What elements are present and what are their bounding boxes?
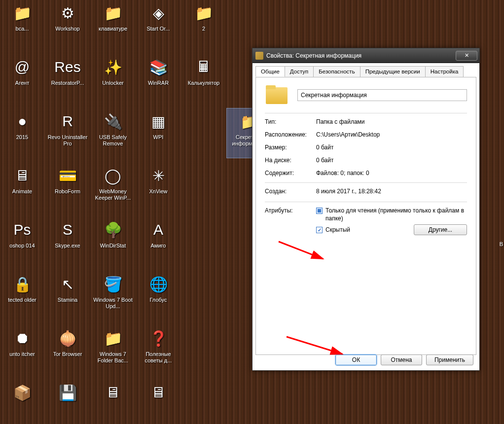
app-icon: ▦ (146, 109, 170, 133)
desktop-icon-label: WebMoney Keeper WinP... (92, 188, 134, 201)
readonly-checkbox[interactable] (316, 208, 323, 214)
desktop-icon[interactable]: 🌳WinDirStat (91, 217, 135, 266)
app-icon: 🖩 (192, 55, 216, 79)
type-value: Папка с файлами (316, 118, 467, 125)
folder-name-field[interactable]: Секретная информация (297, 89, 467, 101)
desktop-icon-label: 2 (202, 26, 205, 32)
desktop-icon[interactable]: ▦WPI (136, 108, 180, 158)
desktop-icon[interactable]: 🪣Windows 7 Boot Upd... (91, 271, 135, 320)
desktop-icon[interactable]: 📦 (0, 380, 44, 424)
desktop-icon[interactable]: 🌐Глобус (136, 271, 180, 320)
desktop-icon[interactable]: ✨Unlocker (91, 54, 135, 104)
app-icon: ✨ (101, 55, 125, 79)
divider (265, 182, 467, 183)
desktop-icon[interactable]: ◯WebMoney Keeper WinP... (91, 163, 135, 212)
desktop-icon-label: Амиго (151, 243, 166, 249)
tab-security[interactable]: Безопасность (313, 66, 360, 77)
created-label: Создан: (265, 188, 316, 195)
cancel-button[interactable]: Отмена (381, 354, 422, 365)
desktop-icon[interactable]: 🔌USB Safely Remove (91, 108, 135, 158)
desktop-icon[interactable]: 🖥 (91, 380, 135, 424)
app-icon: 📚 (146, 55, 170, 79)
desktop-icon[interactable]: 📁2 (181, 0, 226, 49)
desktop-icon-label: Windows 7 Folder Bac... (92, 351, 134, 364)
app-icon: ● (10, 109, 34, 133)
tab-previous-versions[interactable]: Предыдущие версии (360, 66, 426, 77)
desktop-icon-label: USB Safely Remove (92, 134, 134, 147)
app-icon: @ (10, 55, 34, 79)
app-icon: 🖥 (101, 381, 125, 404)
desktop-icon[interactable]: @Агент (0, 54, 44, 104)
desktop-icon[interactable]: 💳RoboForm (45, 163, 90, 212)
app-icon: 📁 (192, 1, 216, 25)
app-icon: ⚙ (56, 1, 79, 25)
desktop-icon[interactable]: 📚WinRAR (136, 54, 180, 104)
location-value: C:\Users\Артик\Desktop (316, 131, 467, 138)
titlebar-title: Свойства: Секретная информация (266, 52, 456, 59)
hidden-checkbox[interactable] (316, 227, 323, 233)
app-icon: 📁 (101, 1, 125, 25)
tab-customize[interactable]: Настройка (425, 66, 464, 77)
ondisk-label: На диске: (265, 157, 316, 164)
app-icon: 🔒 (10, 272, 34, 296)
app-icon: ◈ (146, 1, 170, 25)
desktop-icon[interactable]: 🖥Animate (0, 163, 44, 212)
app-icon: 📁 (101, 326, 125, 350)
desktop-icon[interactable]: ResRestoratorP... (45, 54, 90, 104)
desktop-icon-label: Skype.exe (55, 243, 80, 249)
desktop-icon[interactable]: ◈Start Or... (136, 0, 180, 49)
properties-dialog: Свойства: Секретная информация ✕ Общие Д… (252, 48, 480, 371)
desktop-icon[interactable]: 🔒tected older (0, 271, 44, 320)
desktop-icon-label: RoboForm (55, 188, 80, 195)
desktop-icon-label: Revo Uninstaller Pro (47, 134, 88, 147)
close-button[interactable]: ✕ (456, 51, 477, 61)
desktop-icon[interactable]: ❓Полезные советы д... (136, 325, 180, 375)
app-icon: A (146, 218, 170, 242)
ok-button[interactable]: ОК (335, 354, 377, 365)
close-icon: ✕ (465, 52, 469, 59)
desktop-icon[interactable]: 📁клавиатуре (91, 0, 135, 49)
created-value: 8 июля 2017 г., 18:28:42 (316, 188, 467, 195)
titlebar[interactable]: Свойства: Секретная информация ✕ (252, 48, 479, 63)
desktop-icon[interactable]: ●2015 (0, 108, 44, 158)
desktop-icon[interactable]: ✳XnView (136, 163, 180, 212)
app-icon: Ps (10, 218, 34, 242)
location-label: Расположение: (265, 131, 316, 138)
desktop-icon[interactable]: 📁Windows 7 Folder Bac... (91, 325, 135, 375)
desktop-icon-label: Animate (12, 188, 32, 195)
desktop-icon[interactable]: 🧅Tor Browser (45, 325, 90, 375)
size-value: 0 байт (316, 144, 467, 151)
desktop-icon[interactable]: Psoshop 014 (0, 217, 44, 266)
apply-button[interactable]: Применить (426, 354, 473, 365)
desktop-icon-label: Калькулятор (188, 80, 219, 86)
desktop-icon[interactable]: SSkype.exe (45, 217, 90, 266)
tab-sharing[interactable]: Доступ (285, 66, 314, 77)
desktop-icon-label: Windows 7 Boot Upd... (92, 297, 134, 310)
desktop-icon-label: WinDirStat (100, 243, 126, 249)
app-icon: 💾 (56, 381, 79, 404)
cut-off-label: В (500, 241, 503, 247)
desktop-icon[interactable]: 🖥 (136, 380, 180, 424)
desktop-icon-label: Start Or... (146, 26, 170, 32)
desktop-icon[interactable]: 📁bca... (0, 0, 44, 49)
desktop-icon-label: Агент (15, 80, 29, 86)
desktop-icon-label: WinRAR (148, 80, 169, 86)
desktop-icon-label: Stamina (58, 297, 77, 303)
desktop-icon[interactable]: ⚙Workshop (45, 0, 90, 49)
readonly-label: Только для чтения (применимо только к фа… (325, 207, 467, 222)
desktop-icon[interactable]: RRevo Uninstaller Pro (45, 108, 90, 158)
app-icon: ✳ (146, 164, 170, 187)
tab-general[interactable]: Общие (255, 66, 285, 77)
desktop-icon[interactable]: 💾 (45, 380, 90, 424)
desktop-icon[interactable]: ↖Stamina (45, 271, 90, 320)
desktop-icon[interactable]: 🖩Калькулятор (181, 54, 226, 104)
desktop-icon[interactable]: ⏺unto itcher (0, 325, 44, 375)
app-icon: 🧅 (56, 326, 79, 350)
app-icon: Res (56, 55, 79, 79)
app-icon: ⏺ (10, 326, 34, 350)
app-icon: S (56, 218, 79, 242)
desktop-icon-label: клавиатуре (99, 26, 127, 32)
size-label: Размер: (265, 144, 316, 151)
desktop-icon[interactable]: AАмиго (136, 217, 180, 266)
other-attributes-button[interactable]: Другие... (414, 224, 467, 235)
